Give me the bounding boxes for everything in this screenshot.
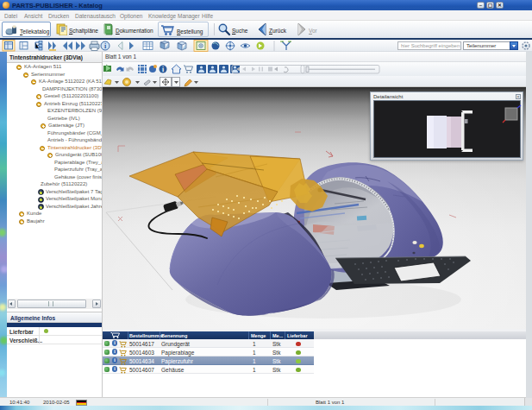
svg-text:i: i [162, 66, 164, 73]
